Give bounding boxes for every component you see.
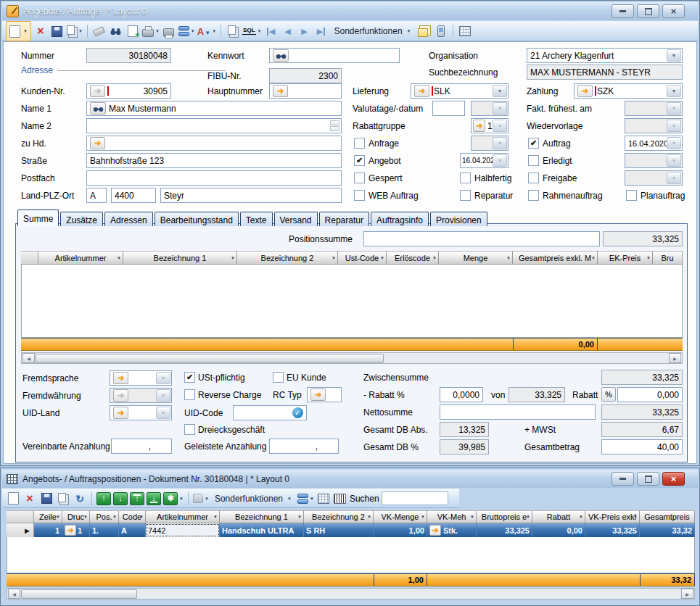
cell-vk-mengeneinheit[interactable]: ➔Stk. (427, 523, 477, 537)
search-binoculars-button[interactable] (109, 23, 123, 39)
rc-typ-field[interactable]: ➔ (307, 387, 342, 402)
cell-rabatt[interactable]: 0,00 (532, 523, 585, 537)
percent-toggle-button[interactable]: % (601, 387, 616, 402)
col-bruttopreis[interactable]: Bruttopreis e▼ (477, 510, 532, 523)
land-field[interactable]: A (86, 188, 107, 203)
positions-grid-body[interactable] (21, 265, 683, 338)
kennwort-binoculars-icon[interactable] (273, 49, 289, 62)
nav-next-button[interactable]: ▶ (297, 23, 311, 39)
import-button[interactable] (125, 23, 140, 39)
uid-land-combo[interactable]: ➔▼ (110, 405, 172, 420)
close-button[interactable]: × (662, 472, 685, 486)
col-gesamtpreis[interactable]: Gesamtpreis exkl. M▼ (513, 251, 598, 265)
dropdown-button[interactable]: ▼ (667, 120, 681, 132)
dropdown-button[interactable]: ▼ (156, 372, 170, 384)
search-input[interactable] (382, 491, 448, 505)
hauptnummer-field[interactable]: ➔ (269, 83, 342, 99)
lookup-arrow-icon[interactable]: ➔ (414, 85, 429, 97)
scroll-right-button[interactable]: ▶ (669, 353, 681, 363)
lookup-arrow-icon[interactable]: ➔ (273, 85, 288, 97)
table-view-button[interactable] (458, 23, 472, 39)
table-view-button[interactable] (316, 491, 331, 507)
reparatur-checkbox[interactable] (460, 190, 471, 201)
planauftrag-checkbox[interactable] (626, 190, 637, 201)
move-to-top-button[interactable]: ↑ (130, 492, 144, 505)
rabatt-value-field[interactable]: 0,000 (617, 387, 683, 402)
col-vk-preis[interactable]: VK-Preis exkl▼ (585, 510, 640, 523)
tab-versand[interactable]: Versand (274, 212, 318, 226)
col-artikelnummer[interactable]: Artikelnummer▼ (38, 251, 123, 265)
gesamtbetrag-field[interactable]: 40,00 (601, 439, 683, 454)
angebot-date-combo[interactable]: 16.04.2020▼ (460, 153, 508, 168)
dropdown-button[interactable]: ▼ (493, 120, 507, 132)
erledigt-checkbox[interactable] (528, 155, 539, 166)
copy-pages-button[interactable] (226, 23, 240, 39)
cascade-windows-button[interactable] (417, 23, 432, 39)
dropdown-button[interactable]: ▼ (493, 137, 507, 149)
col-bezeichnung2[interactable]: Bezeichnung 2▼ (304, 510, 374, 523)
col-pos[interactable]: Pos.▼ (90, 510, 119, 523)
insert-special-button[interactable]: ✱▼ (163, 491, 184, 507)
anfrage-date-combo[interactable]: ▼ (471, 136, 508, 151)
dropdown-button[interactable]: ▼ (667, 137, 681, 149)
lookup-arrow-icon[interactable]: ➔ (113, 372, 128, 384)
tab-bearbeitungsstand[interactable]: Bearbeitungsstand (155, 212, 239, 226)
refresh-button[interactable]: ↻ (73, 491, 87, 507)
col-bezeichnung2[interactable]: Bezeichnung 2▼ (237, 251, 338, 265)
name2-field[interactable] (86, 118, 342, 133)
print-button[interactable]: ▼ (142, 23, 160, 39)
sql-button[interactable]: SQL▼ (242, 23, 261, 39)
position-row-1[interactable]: ► 1 ➔1 1. A 7442 Handschuh ULTRA S RH 1,… (7, 523, 695, 537)
uid-code-field[interactable]: ✓ (233, 405, 307, 420)
row-selector-header[interactable] (7, 510, 34, 523)
uid-check-icon[interactable]: ✓ (292, 407, 303, 418)
zu-hd-field[interactable]: ➔ (86, 136, 342, 151)
sonderfunktionen-menu[interactable]: Sonderfunktionen▼ (330, 23, 414, 39)
list-view-button[interactable]: ▼ (178, 23, 195, 39)
eraser-button[interactable] (92, 23, 107, 39)
lookup-arrow-icon[interactable]: ➔ (90, 85, 105, 97)
minimize-button[interactable] (612, 4, 634, 18)
col-ek-preis[interactable]: EK-Preis▼ (598, 251, 653, 265)
tab-provisionen[interactable]: Provisionen (430, 212, 487, 226)
cell-gesamtpreis[interactable]: 33,32 (640, 523, 695, 537)
valutatage-field[interactable] (432, 101, 465, 116)
tab-adressen[interactable]: Adressen (104, 212, 153, 226)
lookup-arrow-icon[interactable]: ➔ (310, 389, 326, 401)
col-zeile[interactable]: Zeile▼ (34, 510, 62, 523)
col-gesamtpreis[interactable]: Gesamtpreis (640, 510, 695, 523)
lookup-arrow-icon[interactable]: ➔ (473, 120, 485, 132)
rabattgruppe-combo[interactable]: ➔1▼ (471, 118, 508, 133)
col-bezeichnung1[interactable]: Bezeichnung 1▼ (123, 251, 237, 265)
halbfertig-checkbox[interactable] (460, 173, 471, 183)
col-bezeichnung1[interactable]: Bezeichnung 1▼ (220, 510, 304, 523)
scrollbar-thumb[interactable] (21, 589, 137, 599)
ort-field[interactable]: Steyr (160, 188, 342, 203)
scrollbar-thumb[interactable] (36, 354, 384, 363)
dropdown-button[interactable]: ▼ (667, 102, 681, 115)
name1-binoculars-icon[interactable] (90, 102, 106, 115)
new-document-button[interactable]: ▼ (6, 21, 31, 41)
col-erloescode[interactable]: Erlöscode▼ (387, 251, 439, 265)
reverse-charge-checkbox[interactable] (184, 389, 195, 400)
valutadatum-combo[interactable]: ▼ (471, 101, 508, 116)
lieferung-combo[interactable]: ➔SLK▼ (411, 83, 508, 99)
window2-titlebar[interactable]: Angebots- / Auftragspositionen - Dokumen… (2, 470, 698, 488)
dreiecksgeschaeft-checkbox[interactable] (184, 424, 195, 435)
cell-bezeichnung1[interactable]: Handschuh ULTRA (220, 523, 304, 537)
wiedervorlage-combo[interactable]: ▼ (625, 118, 683, 133)
close-button[interactable]: × (662, 4, 685, 18)
sort-button[interactable]: A▼▼ (197, 23, 216, 39)
move-up-button[interactable]: ↑ (96, 492, 111, 505)
web-auftrag-checkbox[interactable] (354, 190, 365, 201)
col-druck[interactable]: Druc▼ (62, 510, 90, 523)
dropdown-button[interactable]: ▼ (493, 154, 507, 167)
tab-reparatur[interactable]: Reparatur (319, 212, 369, 226)
zahlung-combo[interactable]: ➔SZK▼ (574, 83, 683, 99)
auftrag-checkbox[interactable] (528, 138, 539, 149)
name1-field[interactable]: Max Mustermann (86, 101, 342, 116)
col-artikelnummer[interactable]: Artikelnummer▼ (146, 510, 220, 523)
lookup-arrow-icon[interactable]: ➔ (90, 137, 105, 149)
copy-button[interactable] (56, 491, 70, 507)
cell-code[interactable]: A (119, 523, 146, 537)
